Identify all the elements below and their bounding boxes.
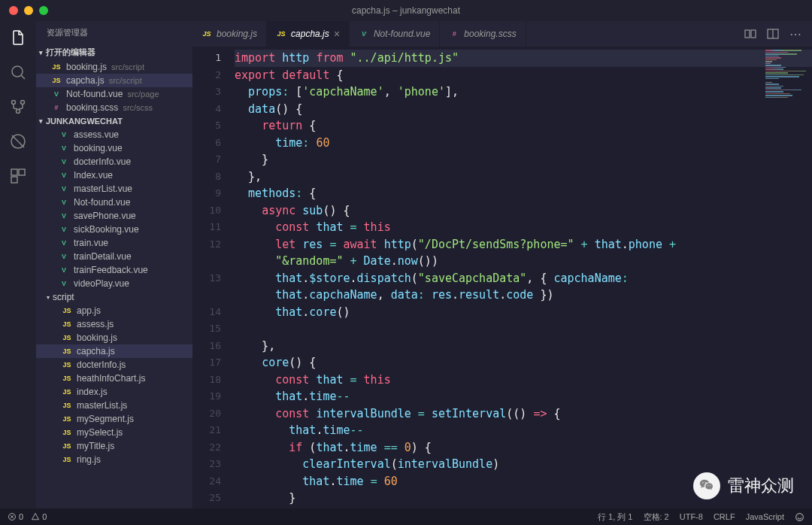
status-cursor[interactable]: 行 1, 列 1	[598, 511, 632, 523]
file-name: myTitle.js	[77, 441, 114, 451]
file-name: app.js	[77, 305, 101, 316]
explorer-sidebar: 资源管理器 打开的编辑器 JSbooking.js src/scriptJSca…	[36, 21, 192, 508]
file-name: savePhone.vue	[74, 211, 136, 221]
status-spaces[interactable]: 空格: 2	[644, 511, 669, 523]
tree-file-item[interactable]: JSheathInfoChart.js	[36, 372, 192, 385]
watermark-text: 雷神众测	[728, 475, 794, 497]
file-name: booking.vue	[74, 143, 123, 153]
folder-item[interactable]: script	[36, 290, 192, 304]
tree-file-item[interactable]: JScapcha.js	[36, 344, 192, 358]
open-editor-item[interactable]: VNot-found.vue src/page	[36, 87, 192, 101]
sidebar-title: 资源管理器	[36, 21, 192, 44]
file-type-icon: V	[59, 238, 69, 248]
compare-icon[interactable]	[744, 28, 756, 40]
minimize-window-button[interactable]	[24, 6, 33, 15]
file-name: Not-found.vue	[74, 197, 130, 208]
status-feedback-icon[interactable]	[795, 512, 804, 522]
more-actions-icon[interactable]: ⋯	[789, 28, 801, 40]
status-warnings[interactable]: 0	[31, 512, 47, 521]
tree-file-item[interactable]: JSring.js	[36, 453, 192, 466]
file-name: trainFeedback.vue	[74, 265, 148, 275]
file-type-icon: V	[59, 170, 69, 181]
file-type-icon: JS	[51, 62, 62, 72]
editor-tab[interactable]: #booking.scss	[440, 21, 526, 47]
tree-file-item[interactable]: VmasterList.vue	[36, 182, 192, 196]
split-editor-icon[interactable]	[767, 28, 779, 40]
file-name: mySelect.js	[77, 427, 123, 438]
status-bar: 0 0 行 1, 列 1 空格: 2 UTF-8 CRLF JavaScript	[0, 508, 812, 525]
file-type-icon: V	[59, 251, 69, 262]
file-type-icon: V	[59, 129, 69, 140]
status-errors[interactable]: 0	[8, 512, 23, 521]
file-name: booking.js	[66, 62, 107, 72]
tab-label: Not-found.vue	[374, 29, 430, 39]
tree-file-item[interactable]: VIndex.vue	[36, 168, 192, 182]
tree-file-item[interactable]: VdocterInfo.vue	[36, 155, 192, 168]
folder-name: script	[53, 292, 74, 302]
editor-area: JSbooking.jsJScapcha.js×VNot-found.vue#b…	[192, 21, 812, 508]
tree-file-item[interactable]: JSdocterInfo.js	[36, 358, 192, 372]
explorer-icon[interactable]	[8, 27, 29, 48]
extensions-icon[interactable]	[8, 165, 29, 187]
tree-file-item[interactable]: JSassess.js	[36, 317, 192, 331]
tree-file-item[interactable]: VvideoPlay.vue	[36, 277, 192, 290]
file-path: src/scss	[123, 103, 153, 112]
file-type-icon: JS	[62, 387, 72, 397]
tree-file-item[interactable]: VsickBooking.vue	[36, 223, 192, 236]
file-name: masterList.js	[77, 400, 127, 411]
svg-point-2	[21, 101, 25, 105]
tree-file-item[interactable]: JSmySegment.js	[36, 412, 192, 426]
file-name: index.js	[77, 387, 108, 397]
tree-file-item[interactable]: VNot-found.vue	[36, 196, 192, 209]
tree-file-item[interactable]: JSbooking.js	[36, 331, 192, 344]
file-type-icon: JS	[51, 75, 62, 86]
file-name: Index.vue	[74, 170, 113, 181]
status-language[interactable]: JavaScript	[746, 512, 784, 521]
maximize-window-button[interactable]	[39, 6, 48, 15]
file-type-icon: V	[359, 29, 369, 39]
open-editor-item[interactable]: JSbooking.js src/script	[36, 60, 192, 74]
file-type-icon: V	[59, 156, 69, 167]
tree-file-item[interactable]: VtrainDetail.vue	[36, 250, 192, 263]
tree-file-item[interactable]: Vtrain.vue	[36, 236, 192, 250]
editor-tab[interactable]: VNot-found.vue	[350, 21, 440, 47]
tree-file-item[interactable]: Vbooking.vue	[36, 141, 192, 155]
file-type-icon: JS	[62, 319, 72, 329]
file-name: booking.js	[77, 332, 117, 343]
file-type-icon: JS	[62, 454, 72, 465]
file-name: ring.js	[77, 454, 101, 465]
file-type-icon: V	[59, 211, 69, 221]
file-name: capcha.js	[77, 346, 115, 357]
editor-tab[interactable]: JSbooking.js	[192, 21, 267, 47]
tree-file-item[interactable]: JSindex.js	[36, 385, 192, 399]
tree-file-item[interactable]: Vassess.vue	[36, 128, 192, 141]
svg-rect-7	[11, 177, 17, 183]
editor-tab[interactable]: JScapcha.js×	[267, 21, 350, 47]
svg-point-3	[17, 110, 20, 114]
close-window-button[interactable]	[9, 6, 18, 15]
file-type-icon: JS	[62, 346, 72, 357]
tree-file-item[interactable]: VsavePhone.vue	[36, 209, 192, 223]
tree-file-item[interactable]: JSmasterList.js	[36, 399, 192, 412]
source-control-icon[interactable]	[8, 96, 29, 117]
svg-point-12	[796, 513, 804, 520]
file-type-icon: V	[51, 89, 62, 99]
file-name: train.vue	[74, 238, 108, 248]
open-editor-item[interactable]: JScapcha.js src/script	[36, 74, 192, 87]
tree-file-item[interactable]: JSapp.js	[36, 304, 192, 317]
tree-file-item[interactable]: JSmySelect.js	[36, 426, 192, 439]
code-editor[interactable]: 1234567891011121314151617181920212223242…	[192, 47, 812, 508]
status-encoding[interactable]: UTF-8	[680, 512, 703, 521]
project-header[interactable]: JUNKANGWECHAT	[36, 114, 192, 128]
tree-file-item[interactable]: JSmyTitle.js	[36, 439, 192, 453]
tree-file-item[interactable]: VtrainFeedback.vue	[36, 263, 192, 277]
close-tab-icon[interactable]: ×	[334, 28, 340, 40]
debug-icon[interactable]	[8, 131, 29, 152]
status-eol[interactable]: CRLF	[714, 512, 735, 521]
search-icon[interactable]	[8, 62, 29, 83]
window-controls	[0, 6, 48, 15]
file-type-icon: #	[449, 29, 459, 39]
file-type-icon: JS	[62, 305, 72, 316]
open-editors-header[interactable]: 打开的编辑器	[36, 44, 192, 60]
open-editor-item[interactable]: #booking.scss src/scss	[36, 101, 192, 114]
